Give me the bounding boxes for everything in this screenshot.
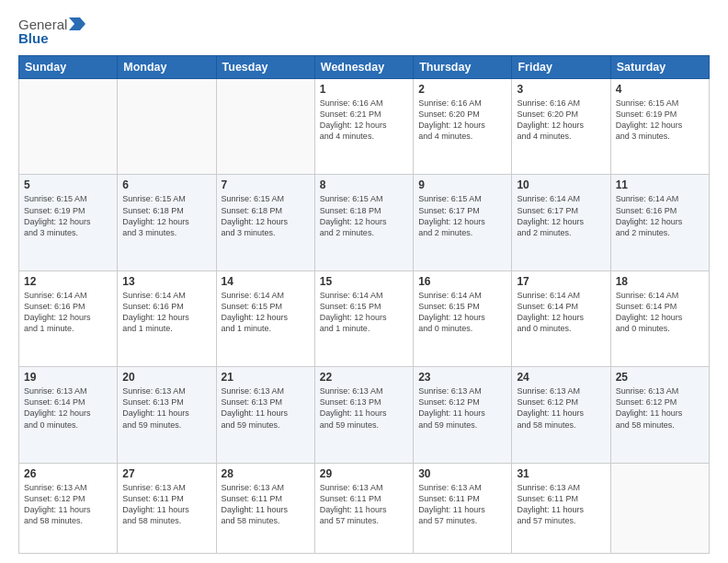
cell-w5-d5: 30Sunrise: 6:13 AM Sunset: 6:11 PM Dayli… (414, 463, 512, 554)
day-number: 6 (122, 178, 210, 191)
day-number: 7 (222, 178, 310, 191)
header-sunday: Sunday (19, 56, 118, 79)
day-number: 12 (24, 275, 112, 288)
calendar-header-row: SundayMondayTuesdayWednesdayThursdayFrid… (19, 56, 710, 79)
day-number: 30 (418, 467, 506, 480)
cell-w1-d3 (216, 79, 314, 175)
day-number: 17 (517, 275, 605, 288)
day-info: Sunrise: 6:13 AM Sunset: 6:11 PM Dayligh… (222, 482, 310, 527)
cell-w5-d4: 29Sunrise: 6:13 AM Sunset: 6:11 PM Dayli… (314, 463, 413, 554)
page: General Blue SundayMondayTuesdayWednesda… (0, 0, 728, 563)
header-friday: Friday (512, 56, 610, 79)
day-info: Sunrise: 6:13 AM Sunset: 6:12 PM Dayligh… (517, 385, 605, 431)
day-number: 28 (222, 467, 310, 480)
cell-w2-d4: 8Sunrise: 6:15 AM Sunset: 6:18 PM Daylig… (314, 175, 413, 270)
day-info: Sunrise: 6:15 AM Sunset: 6:19 PM Dayligh… (24, 193, 112, 238)
day-info: Sunrise: 6:13 AM Sunset: 6:11 PM Dayligh… (517, 482, 605, 527)
logo-arrow-icon (69, 16, 85, 32)
day-info: Sunrise: 6:14 AM Sunset: 6:15 PM Dayligh… (320, 290, 408, 335)
cell-w4-d1: 19Sunrise: 6:13 AM Sunset: 6:14 PM Dayli… (19, 367, 118, 463)
day-info: Sunrise: 6:14 AM Sunset: 6:16 PM Dayligh… (616, 193, 704, 238)
header-tuesday: Tuesday (216, 56, 314, 79)
day-number: 14 (222, 275, 310, 288)
day-info: Sunrise: 6:13 AM Sunset: 6:11 PM Dayligh… (122, 482, 210, 527)
week-row-3: 12Sunrise: 6:14 AM Sunset: 6:16 PM Dayli… (19, 270, 710, 366)
day-number: 22 (320, 371, 408, 384)
day-info: Sunrise: 6:14 AM Sunset: 6:14 PM Dayligh… (616, 290, 704, 335)
day-number: 11 (616, 178, 704, 191)
day-number: 13 (122, 275, 210, 288)
cell-w4-d4: 22Sunrise: 6:13 AM Sunset: 6:13 PM Dayli… (314, 367, 413, 463)
day-info: Sunrise: 6:13 AM Sunset: 6:14 PM Dayligh… (24, 385, 112, 431)
cell-w5-d3: 28Sunrise: 6:13 AM Sunset: 6:11 PM Dayli… (216, 463, 314, 554)
day-info: Sunrise: 6:13 AM Sunset: 6:11 PM Dayligh… (320, 482, 408, 527)
cell-w4-d5: 23Sunrise: 6:13 AM Sunset: 6:12 PM Dayli… (414, 367, 512, 463)
day-info: Sunrise: 6:13 AM Sunset: 6:13 PM Dayligh… (122, 385, 210, 431)
day-info: Sunrise: 6:14 AM Sunset: 6:16 PM Dayligh… (122, 290, 210, 335)
cell-w2-d6: 10Sunrise: 6:14 AM Sunset: 6:17 PM Dayli… (512, 175, 610, 270)
cell-w1-d1 (19, 79, 118, 175)
cell-w4-d2: 20Sunrise: 6:13 AM Sunset: 6:13 PM Dayli… (118, 367, 216, 463)
cell-w3-d5: 16Sunrise: 6:14 AM Sunset: 6:15 PM Dayli… (414, 270, 512, 366)
day-info: Sunrise: 6:15 AM Sunset: 6:18 PM Dayligh… (122, 193, 210, 238)
day-number: 10 (517, 178, 605, 191)
cell-w2-d2: 6Sunrise: 6:15 AM Sunset: 6:18 PM Daylig… (118, 175, 216, 270)
header: General Blue (18, 17, 710, 46)
day-info: Sunrise: 6:16 AM Sunset: 6:20 PM Dayligh… (517, 98, 605, 143)
day-info: Sunrise: 6:14 AM Sunset: 6:15 PM Dayligh… (418, 290, 506, 335)
day-info: Sunrise: 6:13 AM Sunset: 6:12 PM Dayligh… (24, 482, 112, 527)
cell-w1-d6: 3Sunrise: 6:16 AM Sunset: 6:20 PM Daylig… (512, 79, 610, 175)
day-number: 5 (24, 178, 112, 191)
cell-w5-d1: 26Sunrise: 6:13 AM Sunset: 6:12 PM Dayli… (19, 463, 118, 554)
day-info: Sunrise: 6:14 AM Sunset: 6:14 PM Dayligh… (517, 290, 605, 335)
day-number: 9 (418, 178, 506, 191)
cell-w2-d7: 11Sunrise: 6:14 AM Sunset: 6:16 PM Dayli… (610, 175, 709, 270)
day-info: Sunrise: 6:13 AM Sunset: 6:12 PM Dayligh… (616, 385, 704, 431)
day-info: Sunrise: 6:13 AM Sunset: 6:12 PM Dayligh… (418, 385, 506, 431)
day-number: 27 (122, 467, 210, 480)
day-number: 31 (517, 467, 605, 480)
day-number: 23 (418, 371, 506, 384)
day-info: Sunrise: 6:14 AM Sunset: 6:15 PM Dayligh… (222, 290, 310, 335)
cell-w3-d4: 15Sunrise: 6:14 AM Sunset: 6:15 PM Dayli… (314, 270, 413, 366)
week-row-1: 1Sunrise: 6:16 AM Sunset: 6:21 PM Daylig… (19, 79, 710, 175)
cell-w5-d2: 27Sunrise: 6:13 AM Sunset: 6:11 PM Dayli… (118, 463, 216, 554)
day-number: 2 (418, 83, 506, 96)
day-number: 24 (517, 371, 605, 384)
calendar-table: SundayMondayTuesdayWednesdayThursdayFrid… (18, 55, 710, 554)
day-number: 25 (616, 371, 704, 384)
week-row-2: 5Sunrise: 6:15 AM Sunset: 6:19 PM Daylig… (19, 175, 710, 270)
week-row-5: 26Sunrise: 6:13 AM Sunset: 6:12 PM Dayli… (19, 463, 710, 554)
cell-w1-d5: 2Sunrise: 6:16 AM Sunset: 6:20 PM Daylig… (414, 79, 512, 175)
cell-w3-d3: 14Sunrise: 6:14 AM Sunset: 6:15 PM Dayli… (216, 270, 314, 366)
logo-blue-text: Blue (18, 30, 49, 46)
day-info: Sunrise: 6:14 AM Sunset: 6:16 PM Dayligh… (24, 290, 112, 335)
day-number: 26 (24, 467, 112, 480)
cell-w2-d5: 9Sunrise: 6:15 AM Sunset: 6:17 PM Daylig… (414, 175, 512, 270)
day-info: Sunrise: 6:16 AM Sunset: 6:20 PM Dayligh… (418, 98, 506, 143)
cell-w3-d1: 12Sunrise: 6:14 AM Sunset: 6:16 PM Dayli… (19, 270, 118, 366)
header-saturday: Saturday (610, 56, 709, 79)
day-number: 18 (616, 275, 704, 288)
day-info: Sunrise: 6:13 AM Sunset: 6:13 PM Dayligh… (320, 385, 408, 431)
logo: General Blue (18, 17, 85, 46)
cell-w2-d1: 5Sunrise: 6:15 AM Sunset: 6:19 PM Daylig… (19, 175, 118, 270)
day-number: 3 (517, 83, 605, 96)
header-monday: Monday (118, 56, 216, 79)
day-info: Sunrise: 6:13 AM Sunset: 6:13 PM Dayligh… (222, 385, 310, 431)
day-number: 20 (122, 371, 210, 384)
header-wednesday: Wednesday (314, 56, 413, 79)
cell-w2-d3: 7Sunrise: 6:15 AM Sunset: 6:18 PM Daylig… (216, 175, 314, 270)
cell-w4-d7: 25Sunrise: 6:13 AM Sunset: 6:12 PM Dayli… (610, 367, 709, 463)
day-number: 19 (24, 371, 112, 384)
day-number: 4 (616, 83, 704, 96)
day-info: Sunrise: 6:13 AM Sunset: 6:11 PM Dayligh… (418, 482, 506, 527)
cell-w3-d2: 13Sunrise: 6:14 AM Sunset: 6:16 PM Dayli… (118, 270, 216, 366)
day-info: Sunrise: 6:15 AM Sunset: 6:17 PM Dayligh… (418, 193, 506, 238)
day-number: 15 (320, 275, 408, 288)
day-info: Sunrise: 6:14 AM Sunset: 6:17 PM Dayligh… (517, 193, 605, 238)
cell-w4-d3: 21Sunrise: 6:13 AM Sunset: 6:13 PM Dayli… (216, 367, 314, 463)
day-info: Sunrise: 6:15 AM Sunset: 6:19 PM Dayligh… (616, 98, 704, 143)
cell-w1-d7: 4Sunrise: 6:15 AM Sunset: 6:19 PM Daylig… (610, 79, 709, 175)
header-thursday: Thursday (414, 56, 512, 79)
